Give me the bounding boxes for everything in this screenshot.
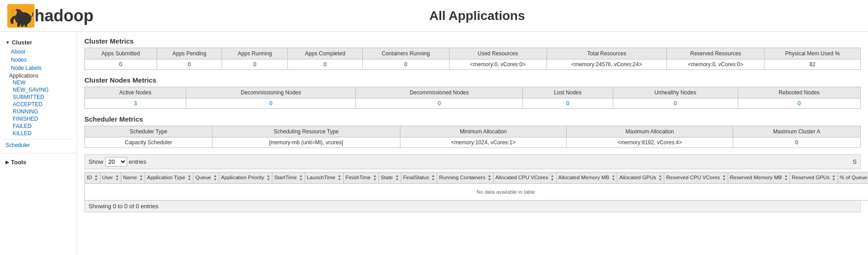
entries-select[interactable]: 10 20 25 50 100 (105, 157, 127, 167)
val-rebooted-nodes: 0 (738, 98, 860, 109)
col-reserved-memory-mb[interactable]: Reserved Memory MB ▲▼ (728, 172, 790, 184)
app-states-nav: NEW NEW_SAVING SUBMITTED ACCEPTED RUNNIN… (7, 79, 73, 137)
val-minimum-allocation: <memory:1024, vCores:1> (400, 137, 567, 148)
col-finish-time[interactable]: FinishTime ▲▼ (343, 172, 379, 184)
applications-subsection: Applications NEW NEW_SAVING SUBMITTED AC… (4, 72, 73, 137)
col-pct-queue[interactable]: % of Queue ▲▼ (838, 172, 868, 184)
cluster-section-header[interactable]: ▼ Cluster (4, 37, 73, 48)
col-allocated-gpus[interactable]: Allocated GPUs ▲▼ (617, 172, 664, 184)
col-application-type[interactable]: Application Type ▲▼ (145, 172, 193, 184)
val-maximum-allocation: <memory:8192, vCores:4> (567, 137, 733, 148)
col-application-priority-sort-icon[interactable]: ▲▼ (266, 174, 270, 181)
col-launch-time-sort-icon[interactable]: ▲▼ (338, 174, 341, 181)
val-active-nodes: 3 (85, 98, 186, 109)
scheduler-link[interactable]: Scheduler (4, 141, 73, 149)
showing-text: Showing 0 to 0 of 0 entries (89, 203, 158, 210)
submitted-link[interactable]: SUBMITTED (11, 93, 73, 101)
hadoop-logo-icon (7, 4, 35, 28)
col-reserved-gpus-sort-icon[interactable]: ▲▼ (832, 174, 836, 181)
svg-rect-8 (25, 23, 27, 27)
col-finish-time-sort-icon[interactable]: ▲▼ (373, 174, 377, 181)
col-allocated-cpu-vcores[interactable]: Allocated CPU VCores ▲▼ (493, 172, 556, 184)
entries-label: entries (129, 158, 147, 165)
col-reserved-memory-mb-sort-icon[interactable]: ▲▼ (784, 174, 788, 181)
accepted-link[interactable]: ACCEPTED (11, 101, 73, 108)
node-labels-link[interactable]: Node Labels (9, 64, 73, 72)
col-start-time[interactable]: StartTime ▲▼ (272, 172, 305, 184)
col-user[interactable]: User ▲▼ (100, 172, 121, 184)
col-launch-time[interactable]: LaunchTime ▲▼ (305, 172, 343, 184)
col-running-containers[interactable]: Running Containers ▲▼ (437, 172, 493, 184)
sidebar-item-running[interactable]: RUNNING (11, 108, 73, 115)
sidebar-item-about[interactable]: About (9, 48, 73, 56)
val-physical-mem: 82 (764, 59, 861, 70)
decommissioning-nodes-link[interactable]: 0 (269, 100, 272, 107)
show-entries-row: Show 10 20 25 50 100 entries S (84, 154, 861, 169)
failed-link[interactable]: FAILED (11, 123, 73, 130)
scheduler-metrics-table: Scheduler Type Scheduling Resource Type … (84, 126, 861, 148)
col-start-time-label: StartTime (274, 175, 296, 180)
new-saving-link[interactable]: NEW_SAVING (11, 86, 73, 93)
col-reserved-cpu-vcores-sort-icon[interactable]: ▲▼ (722, 174, 726, 181)
col-reserved-cpu-vcores[interactable]: Reserved CPU VCores ▲▼ (664, 172, 728, 184)
sidebar-item-nodes[interactable]: Nodes (9, 56, 73, 64)
new-link[interactable]: NEW (11, 79, 73, 86)
applications-label: Applications (7, 72, 40, 79)
col-final-status[interactable]: FinalStatus ▲▼ (401, 172, 437, 184)
col-final-status-sort-icon[interactable]: ▲▼ (431, 174, 435, 181)
col-allocated-memory-mb-sort-icon[interactable]: ▲▼ (612, 174, 615, 181)
col-queue-sort-icon[interactable]: ▲▼ (213, 174, 217, 181)
col-application-priority[interactable]: Application Priority ▲▼ (219, 172, 272, 184)
sidebar-item-failed[interactable]: FAILED (11, 123, 73, 130)
unhealthy-nodes-link[interactable]: 0 (674, 100, 677, 107)
active-nodes-link[interactable]: 3 (134, 100, 137, 107)
rebooted-nodes-link[interactable]: 0 (798, 100, 801, 107)
val-total-resources: <memory:24576, vCores:24> (547, 59, 667, 70)
col-state-sort-icon[interactable]: ▲▼ (395, 174, 399, 181)
tools-section-header[interactable]: ▶ Tools (4, 157, 73, 167)
decommissioned-nodes-link[interactable]: 0 (438, 100, 441, 107)
col-name[interactable]: Name ▲▼ (121, 172, 145, 184)
col-allocated-gpus-sort-icon[interactable]: ▲▼ (659, 174, 662, 181)
svg-rect-7 (21, 23, 24, 27)
sidebar-item-finished[interactable]: FINISHED (11, 115, 73, 123)
page-title-area: All Applications (94, 9, 861, 23)
col-state-label: State (381, 175, 393, 180)
col-allocated-memory-mb[interactable]: Allocated Memory MB ▲▼ (556, 172, 617, 184)
lost-nodes-link[interactable]: 0 (566, 100, 569, 107)
tools-triangle-icon: ▶ (5, 160, 9, 165)
col-application-type-sort-icon[interactable]: ▲▼ (187, 174, 191, 181)
col-user-sort-icon[interactable]: ▲▼ (115, 174, 119, 181)
sidebar-item-accepted[interactable]: ACCEPTED (11, 101, 73, 108)
val-reserved-resources: <memory:0, vCores:0> (667, 59, 764, 70)
col-allocated-memory-mb-label: Allocated Memory MB (558, 175, 609, 180)
col-running-containers-sort-icon[interactable]: ▲▼ (488, 174, 491, 181)
sidebar-divider-2 (0, 153, 77, 153)
col-reserved-gpus[interactable]: Reserved GPUs ▲▼ (790, 172, 838, 184)
col-id[interactable]: ID ▲▼ (85, 172, 100, 184)
sidebar-item-new-saving[interactable]: NEW_SAVING (11, 86, 73, 93)
col-allocated-cpu-vcores-sort-icon[interactable]: ▲▼ (551, 174, 554, 181)
col-decommissioning-nodes: Decommissioning Nodes (186, 87, 356, 98)
nodes-link[interactable]: Nodes (9, 56, 73, 64)
col-apps-submitted: Apps Submitted (85, 48, 157, 59)
about-link[interactable]: About (9, 48, 73, 55)
sidebar-item-new[interactable]: NEW (11, 79, 73, 86)
killed-link[interactable]: KILLED (11, 130, 73, 137)
sidebar-item-node-labels[interactable]: Node Labels (9, 64, 73, 72)
cluster-triangle-icon: ▼ (5, 40, 10, 45)
sidebar-item-killed[interactable]: KILLED (11, 130, 73, 137)
cluster-label: Cluster (12, 39, 32, 46)
scheduler-metrics-data-row: Capacity Scheduler [memory-mb (unit=Mi),… (85, 137, 861, 148)
sidebar-item-submitted[interactable]: SUBMITTED (11, 93, 73, 101)
col-queue[interactable]: Queue ▲▼ (193, 172, 219, 184)
show-label: Show (89, 158, 104, 165)
col-id-sort-icon[interactable]: ▲▼ (94, 174, 98, 181)
finished-link[interactable]: FINISHED (11, 115, 73, 123)
col-state[interactable]: State ▲▼ (379, 172, 401, 184)
col-name-sort-icon[interactable]: ▲▼ (139, 174, 143, 181)
val-containers-running: 0 (362, 59, 449, 70)
running-link[interactable]: RUNNING (11, 108, 73, 115)
col-apps-completed: Apps Completed (288, 48, 363, 59)
col-start-time-sort-icon[interactable]: ▲▼ (299, 174, 303, 181)
